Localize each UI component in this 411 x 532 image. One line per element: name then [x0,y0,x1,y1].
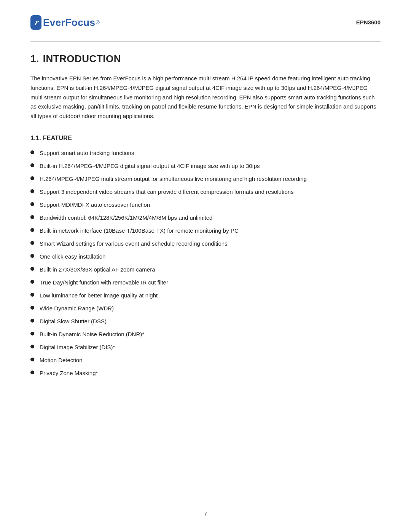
feature-text: Low luminance for better image quality a… [40,291,381,300]
subsection-title: 1.1. FEATURE [30,135,381,142]
feature-text: One-click easy installation [40,252,381,261]
feature-text: Privacy Zone Masking* [40,369,381,378]
feature-item-9: One-click easy installation [30,252,381,261]
feature-item-6: Bandwidth control: 64K/128K/256K/1M/2M/4… [30,213,381,222]
bullet-dot [30,358,34,361]
feature-text: True Day/Night function with removable I… [40,278,381,287]
feature-text: Wide Dynamic Range (WDR) [40,304,381,313]
feature-text: Motion Detection [40,356,381,365]
bullet-dot [30,293,34,297]
feature-list: Support smart auto tracking functionsBui… [30,149,381,378]
bullet-dot [30,280,34,284]
feature-item-17: Motion Detection [30,356,381,365]
model-number: EPN3600 [356,15,381,26]
feature-text: Support smart auto tracking functions [40,149,381,158]
feature-item-4: Support 3 independent video streams that… [30,187,381,197]
feature-item-10: Built-in 27X/30X/36X optical AF zoom cam… [30,265,381,274]
feature-text: Built-in Dynamic Noise Reduction (DNR)* [40,330,381,339]
bullet-dot [30,241,34,245]
feature-item-5: Support MDI/MDI-X auto crossover functio… [30,200,381,209]
feature-text: Smart Wizard settings for various event … [40,239,381,248]
feature-text: Bandwidth control: 64K/128K/256K/1M/2M/4… [40,213,381,222]
page-number: 7 [0,511,411,517]
feature-text: H.264/MPEG-4/MJPEG multi stream output f… [40,174,381,184]
intro-paragraph: The innovative EPN Series from EverFocus… [30,74,381,121]
feature-item-15: Built-in Dynamic Noise Reduction (DNR)* [30,330,381,339]
feature-item-8: Smart Wizard settings for various event … [30,239,381,248]
bullet-dot [30,163,34,167]
feature-item-14: Digital Slow Shutter (DSS) [30,317,381,326]
feature-text: Built-in 27X/30X/36X optical AF zoom cam… [40,265,381,274]
feature-item-2: Built-in H.264/MPEG-4/MJPEG digital sign… [30,161,381,171]
bullet-dot [30,150,34,154]
feature-text: Digital Slow Shutter (DSS) [40,317,381,326]
bullet-dot [30,267,34,271]
feature-text: Support 3 independent video streams that… [40,187,381,197]
feature-item-16: Digital Image Stabilizer (DIS)* [30,343,381,352]
feature-item-3: H.264/MPEG-4/MJPEG multi stream output f… [30,174,381,184]
logo: 𝑟 EverFocus® [30,15,100,30]
logo-f-icon: 𝑟 [34,18,38,27]
feature-item-13: Wide Dynamic Range (WDR) [30,304,381,313]
bullet-dot [30,176,34,180]
feature-item-18: Privacy Zone Masking* [30,369,381,378]
bullet-dot [30,254,34,258]
bullet-dot [30,228,34,232]
bullet-dot [30,202,34,206]
logo-text: EverFocus [43,17,95,29]
feature-text: Built-in H.264/MPEG-4/MJPEG digital sign… [40,161,381,171]
feature-item-11: True Day/Night function with removable I… [30,278,381,287]
header: 𝑟 EverFocus® EPN3600 [30,15,381,30]
feature-item-1: Support smart auto tracking functions [30,149,381,158]
bullet-dot [30,345,34,348]
bullet-dot [30,371,34,374]
bullet-dot [30,319,34,323]
feature-item-7: Built-in network interface (10Base-T/100… [30,226,381,235]
feature-item-12: Low luminance for better image quality a… [30,291,381,300]
feature-text: Built-in network interface (10Base-T/100… [40,226,381,235]
feature-text: Digital Image Stabilizer (DIS)* [40,343,381,352]
bullet-dot [30,189,34,193]
feature-text: Support MDI/MDI-X auto crossover functio… [40,200,381,209]
header-divider [30,41,381,42]
bullet-dot [30,332,34,335]
bullet-dot [30,306,34,310]
section-title: 1.INTRODUCTION [30,53,381,65]
bullet-dot [30,215,34,219]
page: 𝑟 EverFocus® EPN3600 1.INTRODUCTION The … [0,0,411,532]
registered-icon: ® [96,19,99,26]
logo-box: 𝑟 [30,15,41,30]
